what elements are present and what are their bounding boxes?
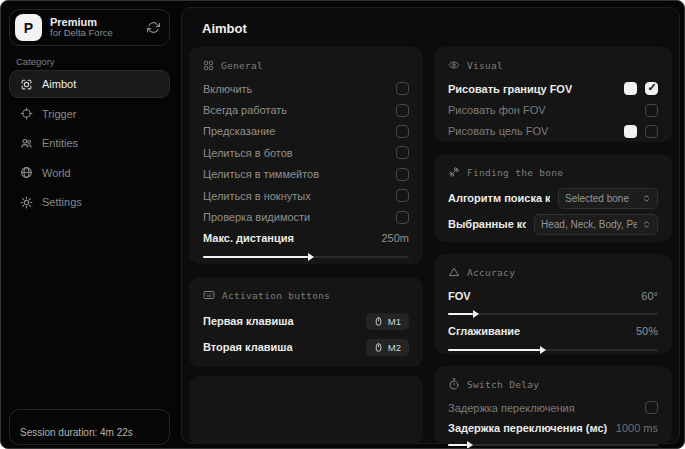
trigger-crosshair-icon [20,107,33,120]
keybind-value: M2 [388,342,401,353]
dropdown-label: Выбранные кос [448,218,526,230]
checkbox-target-teammates[interactable] [396,168,409,181]
toggle-label: Включить [203,83,252,95]
sidebar-menu: Aimbot Trigger Entities [9,70,170,216]
slider-value: 50% [636,325,658,337]
slider-label: FOV [448,290,471,302]
visual-section: Visual Рисовать границу FOV Рисовать фон… [434,47,672,142]
section-title: Switch Delay [467,379,539,390]
slider-label: Макс. дистанция [203,232,294,244]
aimbot-crosshair-icon [20,78,33,91]
bone-algorithm-select[interactable]: Selected bone [558,188,658,209]
section-title: Finding the bone [467,167,563,178]
checkbox-switch-delay[interactable] [645,401,658,414]
mouse-icon [374,342,383,353]
sidebar-item-entities[interactable]: Entities [9,129,170,157]
main-panel: Aimbot General Включить Всегда работать … [181,7,680,444]
checkbox-fov-target[interactable] [645,125,658,138]
sidebar: P Premium for Delta Force Category [1,1,177,448]
keybind-label: Первая клавиша [203,315,294,327]
section-title: Visual [467,60,503,71]
switch-delay-section: Switch Delay Задержка переключения Задер… [434,366,672,444]
session-duration: Session duration: 4m 22s [20,427,133,438]
checkbox-target-knocked[interactable] [396,189,409,202]
slider-value: 1000 ms [616,422,658,434]
checkbox-enable[interactable] [396,82,409,95]
sidebar-item-world[interactable]: World [9,159,170,187]
color-swatch[interactable] [624,82,637,95]
sidebar-item-label: World [42,167,71,179]
toggle-label: Всегда работать [203,104,287,116]
empty-panel [189,376,423,444]
slider-label: Сглаживание [448,325,520,337]
sidebar-item-label: Settings [42,196,82,208]
chevron-updown-icon [642,220,651,229]
app-window: P Premium for Delta Force Category [0,0,685,449]
switch-delay-slider[interactable] [448,444,658,446]
session-box: Session duration: 4m 22s [9,409,170,445]
dropdown-value: Selected bone [565,193,629,204]
stopwatch-icon [448,378,460,390]
gear-icon [20,196,33,209]
globe-icon [20,166,33,179]
color-swatch[interactable] [624,125,637,138]
sidebar-item-trigger[interactable]: Trigger [9,100,170,128]
keybind-button-secondary[interactable]: M2 [366,339,409,356]
toggle-label: Рисовать границу FOV [448,83,572,95]
page-title: Aimbot [202,21,247,36]
checkbox-fov-background[interactable] [645,104,658,117]
keybind-button-primary[interactable]: M1 [366,313,409,330]
fov-slider[interactable] [448,313,658,315]
category-label: Category [16,56,55,67]
selected-bones-select[interactable]: Head, Neck, Body, Pe.. [534,214,658,235]
keyboard-icon [203,289,215,301]
eye-icon [448,59,460,71]
checkbox-fov-border[interactable] [645,82,658,95]
checkbox-prediction[interactable] [396,125,409,138]
grid-icon [203,60,214,71]
sidebar-item-label: Aimbot [42,78,76,90]
toggle-label: Целиться в ботов [203,147,293,159]
checkbox-visibility-check[interactable] [396,211,409,224]
checkbox-always-work[interactable] [396,104,409,117]
dropdown-label: Алгоритм поиска кост [448,192,550,204]
slider-value: 60° [641,290,658,302]
general-section: General Включить Всегда работать Предска… [189,47,423,264]
triangle-icon [448,266,460,278]
activation-section: Activation buttons Первая клавиша M1 Вто… [189,277,423,367]
toggle-label: Целиться в тиммейтов [203,168,319,180]
section-title: Accuracy [467,267,515,278]
toggle-label: Задержка переключения [448,402,575,414]
keybind-value: M1 [388,316,401,327]
sidebar-item-aimbot[interactable]: Aimbot [9,70,170,98]
app-logo: P [15,14,42,41]
keybind-label: Вторая клавиша [203,341,293,353]
users-icon [20,137,33,150]
accuracy-section: Accuracy FOV 60° Сглаживание 50% [434,254,672,354]
license-header: P Premium for Delta Force [9,9,170,46]
chevron-updown-icon [642,194,651,203]
sidebar-item-label: Trigger [42,108,76,120]
toggle-label: Проверка видимости [203,211,310,223]
sidebar-item-label: Entities [42,137,78,149]
mouse-icon [374,316,383,327]
bone-icon [448,166,460,178]
sidebar-item-settings[interactable]: Settings [9,188,170,216]
checkbox-target-bots[interactable] [396,146,409,159]
section-title: General [221,60,263,71]
section-title: Activation buttons [222,290,330,301]
smoothing-slider[interactable] [448,349,658,351]
toggle-label: Рисовать цель FOV [448,125,548,137]
slider-label: Задержка переключения (мс) [448,422,607,434]
toggle-label: Рисовать фон FOV [448,104,546,116]
toggle-label: Предсказание [203,125,275,137]
slider-value: 250m [381,232,409,244]
max-distance-slider[interactable] [203,256,409,258]
refresh-icon[interactable] [147,21,160,34]
bone-section: Finding the bone Алгоритм поиска кост Se… [434,154,672,242]
app-subtitle: for Delta Force [50,28,139,39]
dropdown-value: Head, Neck, Body, Pe.. [541,219,637,230]
toggle-label: Целиться в нокнутых [203,190,311,202]
